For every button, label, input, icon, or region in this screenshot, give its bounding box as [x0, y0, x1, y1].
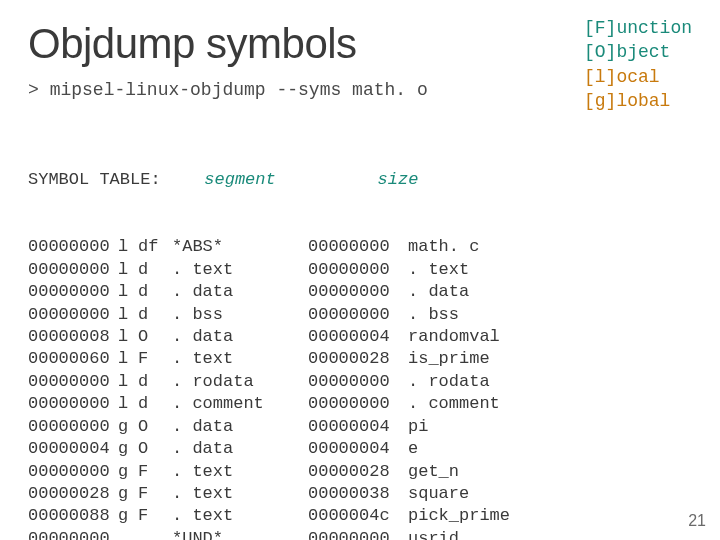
- symbol-type: d: [138, 371, 172, 393]
- symbol-scope: l: [118, 236, 138, 258]
- symbol-name: usrid: [408, 528, 459, 540]
- symbol-segment: . text: [172, 483, 308, 505]
- symbol-name: square: [408, 483, 469, 505]
- symbol-segment: . text: [172, 259, 308, 281]
- symbol-segment: *ABS*: [172, 236, 308, 258]
- column-header-segment: segment: [172, 169, 308, 191]
- symbol-address: 00000000: [28, 259, 118, 281]
- symbol-table: SYMBOL TABLE: segment size 00000000ldf*A…: [28, 124, 692, 540]
- symbol-address: 00000000: [28, 304, 118, 326]
- symbol-segment: . text: [172, 348, 308, 370]
- symbol-scope: l: [118, 304, 138, 326]
- symbol-address: 00000000: [28, 371, 118, 393]
- symbol-scope: g: [118, 483, 138, 505]
- symbol-size: 00000000: [308, 281, 408, 303]
- symbol-size: 0000004c: [308, 505, 408, 527]
- symbol-type: d: [138, 259, 172, 281]
- symbol-address: 00000000: [28, 416, 118, 438]
- symbol-size: 00000004: [308, 438, 408, 460]
- legend-text: bject: [616, 42, 670, 62]
- symbol-size: 00000028: [308, 461, 408, 483]
- table-row: 00000000ld. bss00000000. bss: [28, 304, 692, 326]
- legend-item: [O]bject: [584, 40, 692, 64]
- legend-key: [l]: [584, 67, 616, 87]
- symbol-size: 00000004: [308, 416, 408, 438]
- symbol-scope: l: [118, 281, 138, 303]
- table-row: 00000060lF. text00000028is_prime: [28, 348, 692, 370]
- table-row: 00000028gF. text00000038square: [28, 483, 692, 505]
- symbol-scope: l: [118, 259, 138, 281]
- symbol-address: 00000000: [28, 236, 118, 258]
- symbol-scope: g: [118, 438, 138, 460]
- symbol-size: 00000000: [308, 304, 408, 326]
- column-header-size: size: [348, 169, 448, 191]
- symbol-type: F: [138, 483, 172, 505]
- symbol-name: pick_prime: [408, 505, 510, 527]
- symbol-size: 00000000: [308, 371, 408, 393]
- symbol-type: O: [138, 326, 172, 348]
- symbol-segment: . text: [172, 505, 308, 527]
- symbol-scope: g: [118, 416, 138, 438]
- symbol-name: e: [408, 438, 418, 460]
- symbol-segment: . text: [172, 461, 308, 483]
- symbol-name: . text: [408, 259, 469, 281]
- symbol-size: 00000000: [308, 393, 408, 415]
- table-row: 00000088gF. text0000004cpick_prime: [28, 505, 692, 527]
- page-number: 21: [688, 512, 706, 530]
- symbol-type: O: [138, 438, 172, 460]
- symbol-type: d: [138, 304, 172, 326]
- legend-item: [F]unction: [584, 16, 692, 40]
- table-row: 00000000ld. comment00000000. comment: [28, 393, 692, 415]
- legend-key: [O]: [584, 42, 616, 62]
- symbol-scope: l: [118, 348, 138, 370]
- legend-item: [l]ocal: [584, 65, 692, 89]
- symbol-name: math. c: [408, 236, 479, 258]
- legend-key: [F]: [584, 18, 616, 38]
- symbol-type: [138, 528, 172, 540]
- symbol-segment: *UND*: [172, 528, 308, 540]
- symbol-size: 00000000: [308, 259, 408, 281]
- legend-text: unction: [616, 18, 692, 38]
- symbol-name: . data: [408, 281, 469, 303]
- table-row: 00000004gO. data00000004e: [28, 438, 692, 460]
- symbol-address: 00000000: [28, 393, 118, 415]
- symbol-name: randomval: [408, 326, 500, 348]
- symbol-scope: l: [118, 393, 138, 415]
- table-row: 00000000*UND*00000000usrid: [28, 528, 692, 540]
- symbol-scope: g: [118, 505, 138, 527]
- table-row: 00000000gF. text00000028get_n: [28, 461, 692, 483]
- legend-key: [g]: [584, 91, 616, 111]
- symbol-address: 00000004: [28, 438, 118, 460]
- symbol-segment: . data: [172, 326, 308, 348]
- symbol-scope: g: [118, 461, 138, 483]
- table-header-row: SYMBOL TABLE: segment size: [28, 169, 692, 191]
- symbol-size: 00000004: [308, 326, 408, 348]
- symbol-address: 00000060: [28, 348, 118, 370]
- prompt-symbol: >: [28, 80, 39, 100]
- symbol-address: 00000028: [28, 483, 118, 505]
- symbol-size: 00000028: [308, 348, 408, 370]
- symbol-name: is_prime: [408, 348, 490, 370]
- legend-item: [g]lobal: [584, 89, 692, 113]
- symbol-name: pi: [408, 416, 428, 438]
- symbol-name: . bss: [408, 304, 459, 326]
- symbol-table-label: SYMBOL TABLE:: [28, 169, 172, 191]
- symbol-segment: . data: [172, 438, 308, 460]
- symbol-address: 00000088: [28, 505, 118, 527]
- symbol-segment: . bss: [172, 304, 308, 326]
- symbol-name: . rodata: [408, 371, 490, 393]
- symbol-scope: l: [118, 371, 138, 393]
- symbol-type: d: [138, 281, 172, 303]
- command-text: mipsel-linux-objdump --syms math. o: [50, 80, 428, 100]
- legend-text: ocal: [616, 67, 659, 87]
- symbol-segment: . data: [172, 416, 308, 438]
- symbol-address: 00000008: [28, 326, 118, 348]
- symbol-type: O: [138, 416, 172, 438]
- symbol-type: F: [138, 461, 172, 483]
- table-row: 00000000ld. text00000000. text: [28, 259, 692, 281]
- symbol-type: df: [138, 236, 172, 258]
- symbol-address: 00000000: [28, 281, 118, 303]
- symbol-name: . comment: [408, 393, 500, 415]
- legend-text: lobal: [616, 91, 670, 111]
- symbol-size: 00000000: [308, 236, 408, 258]
